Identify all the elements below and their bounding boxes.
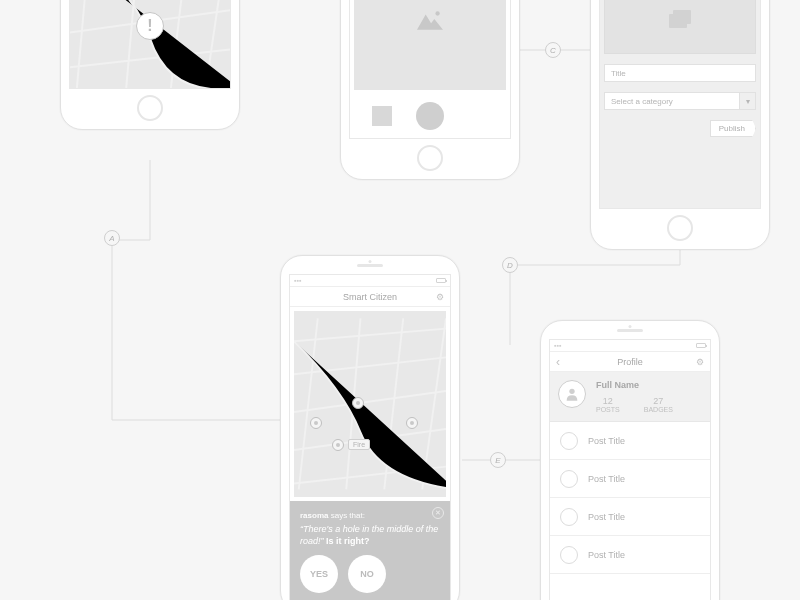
post-thumb	[560, 470, 578, 488]
back-button[interactable]	[556, 352, 560, 371]
screen-camera	[340, 0, 520, 180]
report-text: “There's a hole in the middle of the roa…	[300, 523, 440, 547]
status-bar: ▪▪▪	[290, 275, 450, 287]
screen-main: ▪▪▪ Smart Citizen Fire ✕	[280, 255, 460, 600]
profile-header: Full Name 12POSTS 27BADGES	[550, 372, 710, 422]
pin-label[interactable]: Fire	[348, 439, 370, 450]
svg-point-1	[569, 389, 574, 394]
publish-button[interactable]: Publish	[710, 120, 756, 137]
alert-map[interactable]: !	[70, 0, 230, 88]
map-pin[interactable]	[310, 417, 322, 429]
signal-icon: ▪▪▪	[294, 277, 301, 284]
report-card: ✕ rasoma says that: “There's a hole in t…	[290, 501, 450, 600]
list-item[interactable]: Post Title	[550, 498, 710, 536]
alert-marker[interactable]: !	[136, 12, 164, 40]
map-pin[interactable]	[352, 397, 364, 409]
flow-label-d: D	[502, 257, 518, 273]
screen-map-alert: !	[60, 0, 240, 130]
confirm-yes-button[interactable]: YES	[300, 555, 338, 593]
screen-compose: Title Select a category ▾ Publish	[590, 0, 770, 250]
chevron-down-icon: ▾	[739, 93, 755, 109]
list-item[interactable]: Post Title	[550, 422, 710, 460]
image-stack-icon	[669, 10, 691, 28]
battery-icon	[696, 343, 706, 348]
post-list[interactable]: Post Title Post Title Post Title Post Ti…	[550, 422, 710, 600]
app-title: Smart Citizen	[343, 292, 397, 302]
post-thumb	[560, 546, 578, 564]
nav-bar: Profile	[550, 352, 710, 372]
posts-stat[interactable]: 12POSTS	[596, 396, 620, 413]
battery-icon	[436, 278, 446, 283]
gallery-thumbnail[interactable]	[372, 106, 392, 126]
flow-label-e: E	[490, 452, 506, 468]
compose-image-picker[interactable]	[604, 0, 756, 54]
screen-profile: ▪▪▪ Profile Full Name 12POSTS 27BADGES	[540, 320, 720, 600]
avatar[interactable]	[558, 380, 586, 408]
nav-bar: Smart Citizen	[290, 287, 450, 307]
post-thumb	[560, 508, 578, 526]
settings-button[interactable]	[436, 287, 444, 306]
svg-point-0	[435, 11, 439, 15]
title-input[interactable]: Title	[604, 64, 756, 82]
settings-button[interactable]	[696, 352, 704, 371]
nav-title: Profile	[617, 357, 643, 367]
category-select[interactable]: Select a category ▾	[604, 92, 756, 110]
confirm-no-button[interactable]: NO	[348, 555, 386, 593]
list-item[interactable]: Post Title	[550, 536, 710, 574]
signal-icon: ▪▪▪	[554, 342, 561, 349]
flow-label-a: A	[104, 230, 120, 246]
image-placeholder-icon	[417, 10, 443, 34]
home-button[interactable]	[417, 145, 443, 171]
report-meta: rasoma says that:	[300, 511, 440, 520]
profile-name: Full Name	[596, 380, 673, 390]
badges-stat[interactable]: 27BADGES	[644, 396, 673, 413]
alert-icon: !	[147, 17, 152, 35]
shutter-button[interactable]	[416, 102, 444, 130]
status-bar: ▪▪▪	[550, 340, 710, 352]
flow-label-c: C	[545, 42, 561, 58]
home-button[interactable]	[667, 215, 693, 241]
camera-viewfinder[interactable]	[354, 0, 506, 90]
list-item[interactable]: Post Title	[550, 460, 710, 498]
home-button[interactable]	[137, 95, 163, 121]
main-map[interactable]: Fire	[294, 311, 446, 497]
map-pin[interactable]	[332, 439, 344, 451]
post-thumb	[560, 432, 578, 450]
map-pin[interactable]	[406, 417, 418, 429]
